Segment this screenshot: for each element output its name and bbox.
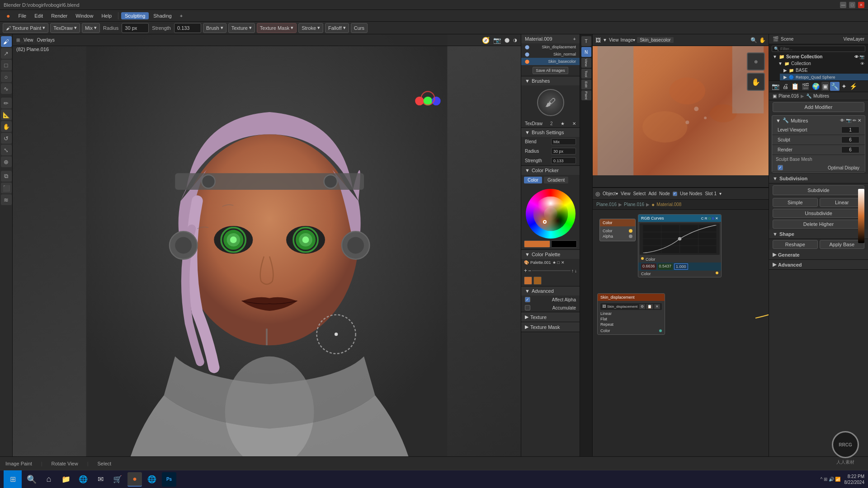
delete-palette-icon[interactable]: ✕ (561, 260, 565, 265)
taskbar-edge[interactable]: 🌐 (76, 472, 90, 487)
taskbar-store[interactable]: 🛒 (110, 472, 125, 487)
node-canvas[interactable]: Color Color Alpha (593, 210, 769, 456)
color-selector[interactable] (543, 220, 547, 224)
particles-icon[interactable]: ✦ (840, 82, 848, 91)
nav-widget[interactable]: ⊕ (747, 52, 765, 70)
rgb-ctrl-c[interactable]: C (701, 216, 704, 221)
coll-render[interactable]: 📷 (859, 55, 864, 59)
brush-settings-header[interactable]: ▼ Brush Settings (521, 128, 580, 137)
search-box[interactable]: 🔍 Filter... (772, 46, 865, 52)
color-node[interactable]: Color Color Alpha (599, 219, 636, 241)
color-tab[interactable]: Color (524, 177, 542, 183)
view-layer-icon[interactable]: 📋 (790, 82, 800, 91)
rgb-curves-graph[interactable] (640, 223, 720, 255)
world-props-icon[interactable]: 🌍 (811, 82, 821, 91)
tool-circle[interactable]: ○ (1, 71, 12, 82)
image-viewer[interactable]: 🖼 ▼ View Image▾ Skin_basecolor 🔍 ✋ (593, 34, 769, 188)
img-view-label[interactable]: View (609, 38, 619, 42)
add-modifier-button[interactable]: Add Modifier (773, 102, 864, 112)
sculpt-value[interactable]: 6 (841, 136, 859, 143)
menu-render[interactable]: Render (47, 12, 71, 19)
brushes-header[interactable]: ▼ Brushes (521, 76, 580, 85)
scene-props-icon[interactable]: 🎬 (801, 82, 810, 91)
blend-select[interactable]: Mix ▾ (82, 23, 100, 33)
obj-name[interactable]: Plane.016 (778, 94, 799, 99)
maximize-button[interactable]: □ (849, 2, 855, 8)
viewport-shading[interactable]: ◑ (513, 38, 517, 42)
tool-transform[interactable]: ⊕ (1, 156, 12, 167)
modifier-name[interactable]: Multires (813, 94, 829, 99)
status-select[interactable]: Select (98, 461, 112, 466)
brush-close-icon[interactable]: ✕ (572, 121, 576, 126)
physics-icon[interactable]: ⚡ (849, 82, 858, 91)
mode-select[interactable]: 🖌 Texture Paint ▾ (3, 23, 48, 33)
render-mode[interactable]: ⬤ (505, 38, 509, 42)
radius-value[interactable]: 30 px (551, 148, 576, 155)
rgb-close-icon[interactable]: ✕ (715, 216, 718, 221)
node-select-btn[interactable]: Select (633, 191, 646, 196)
view-menu[interactable]: View (24, 38, 33, 42)
falloff-button[interactable]: Falloff ▾ (325, 23, 349, 33)
image-preview[interactable] (593, 46, 769, 175)
menu-shading[interactable]: Shading (150, 12, 175, 19)
gradient-tab[interactable]: Gradient (544, 177, 568, 183)
sd-btn2[interactable]: 📋 (646, 304, 653, 309)
texture-mask-button[interactable]: Texture Mask ▾ (257, 23, 297, 33)
stroke-button[interactable]: Stroke ▾ (298, 23, 323, 33)
move-up-btn[interactable]: ↑ (571, 268, 574, 273)
tree-retopo[interactable]: ▶ 🔵 Retopo_Quad Sphere (780, 74, 868, 80)
use-nodes-checkbox[interactable] (673, 192, 677, 196)
multires-close-btn[interactable]: ✕ (858, 118, 861, 123)
modifier-icon[interactable]: 🔧 (830, 82, 840, 91)
taskbar-blender[interactable]: ● (127, 472, 142, 487)
item-options-tab[interactable]: Edit (581, 80, 591, 89)
rgb-val-b[interactable]: 1.000 (674, 263, 688, 270)
brush-preview[interactable]: 🖌 (521, 85, 580, 120)
scene-icon[interactable]: 🎬 (773, 36, 779, 42)
tool-clone[interactable]: ⧉ (1, 171, 12, 182)
taskbar-chrome[interactable]: 🌐 (145, 472, 159, 487)
material-item-2[interactable]: ⬤ Skin_normal (521, 51, 580, 58)
rgb-val-r[interactable]: 0.6636 (641, 263, 656, 270)
status-image-paint[interactable]: Image Paint (5, 461, 32, 466)
advanced-header[interactable]: ▼ Advanced (521, 286, 580, 296)
item-eye[interactable]: 👁 (860, 61, 864, 66)
view-tab[interactable]: View (581, 58, 591, 68)
menu-file[interactable]: File (14, 12, 30, 19)
paint-tab[interactable]: Paint (581, 90, 591, 100)
node-view-btn[interactable]: View (621, 191, 631, 196)
multires-edit-btn[interactable]: ✏ (853, 118, 856, 123)
shape-section[interactable]: ▼ Shape (769, 230, 868, 239)
curves-button[interactable]: Curs (351, 23, 368, 33)
status-rotate-view[interactable]: Rotate View (52, 461, 78, 466)
tool-options-tab[interactable]: Tool (581, 69, 591, 79)
secondary-color-swatch[interactable] (551, 240, 577, 248)
tool-smear[interactable]: ≋ (1, 194, 12, 205)
tool-rotate[interactable]: ↺ (1, 133, 12, 144)
value-slider[interactable] (858, 189, 864, 243)
tool-select[interactable]: ↗ (1, 48, 12, 59)
brush-button[interactable]: Brush ▾ (203, 23, 226, 33)
taskbar-home[interactable]: ⌂ (42, 472, 56, 487)
multires-expand[interactable]: ▼ (776, 118, 781, 123)
palette-color-1[interactable] (524, 277, 532, 285)
save-all-button[interactable]: Save All Images (521, 65, 580, 76)
strength-field[interactable]: 0.133 (174, 23, 201, 33)
sd-btn3[interactable]: ✕ (654, 304, 660, 309)
material-header[interactable]: Material.009 + (521, 34, 580, 43)
coll-eye[interactable]: 👁 (854, 55, 859, 59)
overlays-toggle[interactable]: Overlays (37, 38, 55, 42)
strength-value[interactable]: 0.133 (551, 157, 576, 164)
texture-button[interactable]: Texture ▾ (228, 23, 255, 33)
node-add-btn[interactable]: Add (648, 191, 656, 196)
unsubdivide-button[interactable]: Unsubdivide (773, 209, 864, 218)
brush-select[interactable]: TexDraw ▾ (50, 23, 80, 33)
tree-collection[interactable]: ▼ 📁 Collection 👁 (774, 60, 868, 67)
tool-tab[interactable]: T (581, 36, 591, 46)
texture-mask-header[interactable]: ▶ Texture Mask (521, 322, 580, 332)
render-value[interactable]: 6 (841, 146, 859, 153)
subdivide-button[interactable]: Subdivide (773, 185, 864, 195)
tool-fill[interactable]: ⬛ (1, 183, 12, 193)
menu-edit[interactable]: Edit (31, 12, 47, 19)
add-material-icon[interactable]: + (573, 36, 576, 42)
